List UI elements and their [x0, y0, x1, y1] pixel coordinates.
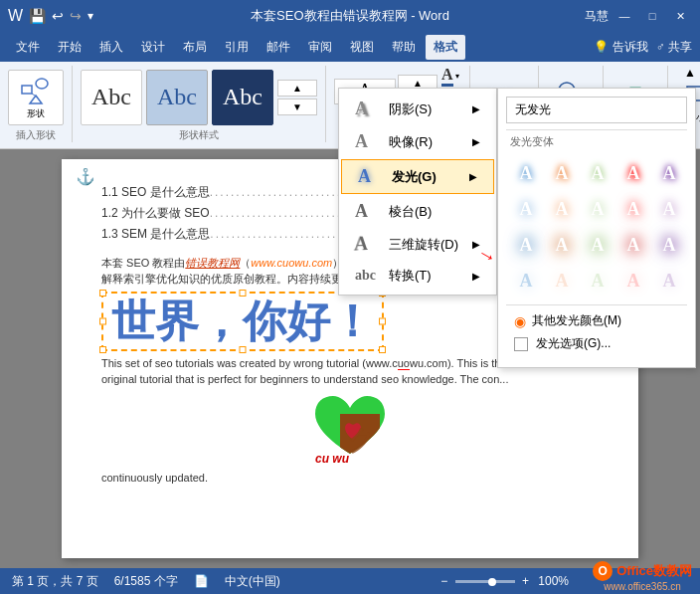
shape-style-group-title: 形状样式: [179, 128, 219, 142]
dropdown-3d-rotation[interactable]: A 三维旋转(D) ▶: [339, 228, 496, 261]
dropdown-transform[interactable]: abc 转换(T) ▶: [339, 261, 496, 291]
status-bar: 第 1 页，共 7 页 6/1585 个字 📄 中文(中国) O Office数…: [0, 568, 700, 594]
glow-swatch-17[interactable]: A: [546, 265, 578, 297]
undo-icon[interactable]: ↩: [52, 8, 64, 24]
selection-box: 世界，你好！: [101, 292, 384, 351]
image-container: ク cu wu: [101, 394, 599, 464]
reflection-label: 映像(R): [389, 133, 462, 151]
menu-start[interactable]: 开始: [50, 35, 89, 60]
zoom-level: − + 100%: [440, 574, 569, 588]
glow-swatch-14[interactable]: A: [617, 229, 649, 261]
dropdown-shadow[interactable]: A 阴影(S) ▶: [339, 93, 496, 125]
anchor-indicator: ⚓: [76, 167, 95, 186]
shadow-arrow: ▶: [472, 103, 480, 114]
save-icon[interactable]: 💾: [29, 8, 46, 24]
redo-icon[interactable]: ↪: [70, 8, 82, 24]
style-arrow-btns: ▲ ▼: [277, 80, 317, 115]
handle-ml: [99, 317, 106, 324]
page-info: 第 1 页，共 7 页: [12, 573, 98, 590]
glow-swatch-13[interactable]: A: [582, 229, 613, 261]
glow-bottom: ◉ 其他发光颜色(M) 发光选项(G)...: [506, 304, 687, 359]
more-colors-btn[interactable]: ◉ 其他发光颜色(M): [510, 309, 683, 332]
glow-swatch-10[interactable]: A: [653, 193, 685, 225]
handle-tl: [99, 290, 106, 297]
glow-swatch-12[interactable]: A: [546, 229, 578, 261]
style-buttons: Abc Abc Abc ▲ ▼: [81, 70, 317, 125]
no-glow-btn[interactable]: 无发光: [506, 97, 687, 123]
glow-swatch-19[interactable]: A: [617, 265, 649, 297]
glow-swatch-9[interactable]: A: [617, 193, 649, 225]
glow-swatch-18[interactable]: A: [582, 265, 613, 297]
shape-button[interactable]: 形状: [8, 70, 64, 125]
dropdown-reflection[interactable]: A 映像(R) ▶: [339, 125, 496, 158]
glow-variants-title: 发光变体: [506, 129, 687, 153]
glow-swatch-20[interactable]: A: [653, 265, 685, 297]
minimize-btn[interactable]: —: [612, 4, 636, 28]
zoom-out-btn[interactable]: −: [440, 574, 447, 588]
doc-footer-text: continuously updated.: [101, 470, 599, 487]
glow-swatch-1[interactable]: A: [510, 157, 542, 189]
3d-rotation-arrow: ▶: [472, 239, 480, 250]
handle-mr: [379, 317, 386, 324]
tell-me-btn[interactable]: 💡 告诉我: [594, 39, 647, 56]
no-glow-label: 无发光: [515, 101, 551, 118]
glow-swatch-5[interactable]: A: [653, 157, 685, 189]
style-up-btn[interactable]: ▲: [277, 80, 317, 97]
insert-shape-group-title: 插入形状: [16, 128, 56, 142]
cuowu-link[interactable]: 错误教程网: [185, 257, 240, 269]
glow-swatch-3[interactable]: A: [582, 157, 613, 189]
glow-swatch-2[interactable]: A: [546, 157, 578, 189]
maximize-btn[interactable]: □: [640, 4, 664, 28]
glow-swatch-8[interactable]: A: [582, 193, 613, 225]
glow-swatch-4[interactable]: A: [617, 157, 649, 189]
word-count: 6/1585 个字: [114, 573, 178, 590]
lang-info: 中文(中国): [225, 573, 280, 590]
bevel-icon: A: [355, 201, 379, 222]
style-abc-btn-1[interactable]: Abc: [81, 70, 142, 125]
dropdown-bevel[interactable]: A 棱台(B): [339, 195, 496, 228]
menu-insert[interactable]: 插入: [91, 35, 131, 60]
dropdown-glow[interactable]: A 发光(G) ▶: [341, 159, 494, 194]
heart-image: ク cu wu: [305, 394, 395, 464]
transform-label: 转换(T): [389, 267, 462, 285]
cuowu-watermark: cu wu: [315, 452, 349, 466]
style-abc-btn-2[interactable]: Abc: [146, 70, 208, 125]
menu-mail[interactable]: 邮件: [259, 35, 298, 60]
glow-options-checkbox[interactable]: [514, 337, 528, 351]
customize-icon[interactable]: ▾: [88, 9, 93, 23]
text-effects-dropdown: A 阴影(S) ▶ A 映像(R) ▶ A 发光(G) ▶ A 棱台(B) A …: [338, 88, 497, 296]
font-fill-btn[interactable]: A ▾: [441, 66, 461, 87]
close-btn[interactable]: ✕: [668, 4, 692, 28]
style-abc-btn-3[interactable]: Abc: [212, 70, 273, 125]
glow-swatch-16[interactable]: A: [510, 265, 542, 297]
glow-options-btn[interactable]: 发光选项(G)...: [510, 332, 683, 355]
handle-bl: [99, 346, 106, 353]
menu-help[interactable]: 帮助: [384, 35, 424, 60]
glow-grid: A A A A A A A A A A A A A A A A A A A A: [506, 153, 687, 300]
menu-view[interactable]: 视图: [342, 35, 382, 60]
glow-swatch-11[interactable]: A: [510, 229, 542, 261]
3d-rotation-label: 三维旋转(D): [389, 236, 462, 254]
glow-submenu: 无发光 发光变体 A A A A A A A A A A A A A A A A…: [497, 88, 696, 368]
office-logo-url: www.office365.cn: [604, 581, 681, 592]
ribbon-collapse-btn[interactable]: ▲: [684, 66, 696, 80]
zoom-track: [455, 580, 515, 583]
menu-layout[interactable]: 布局: [175, 35, 215, 60]
menu-reference[interactable]: 引用: [217, 35, 257, 60]
ribbon-group-shape-style: Abc Abc Abc ▲ ▼ 形状样式: [81, 66, 326, 142]
glow-swatch-7[interactable]: A: [546, 193, 578, 225]
shadow-label: 阴影(S): [389, 100, 462, 118]
menu-design[interactable]: 设计: [133, 35, 173, 60]
office-logo-row: O Office数教网: [593, 561, 692, 581]
handle-bm: [240, 346, 247, 353]
share-btn[interactable]: ♂ 共享: [656, 39, 692, 56]
menu-file[interactable]: 文件: [8, 35, 48, 60]
menu-review[interactable]: 审阅: [300, 35, 340, 60]
glow-swatch-15[interactable]: A: [653, 229, 685, 261]
menu-format[interactable]: 格式: [426, 35, 465, 60]
glow-swatch-6[interactable]: A: [510, 193, 542, 225]
style-down-btn[interactable]: ▼: [277, 99, 317, 115]
selected-text: 世界，你好！: [111, 297, 374, 345]
zoom-in-btn[interactable]: +: [522, 574, 529, 588]
glow-label: 发光(G): [392, 168, 459, 186]
